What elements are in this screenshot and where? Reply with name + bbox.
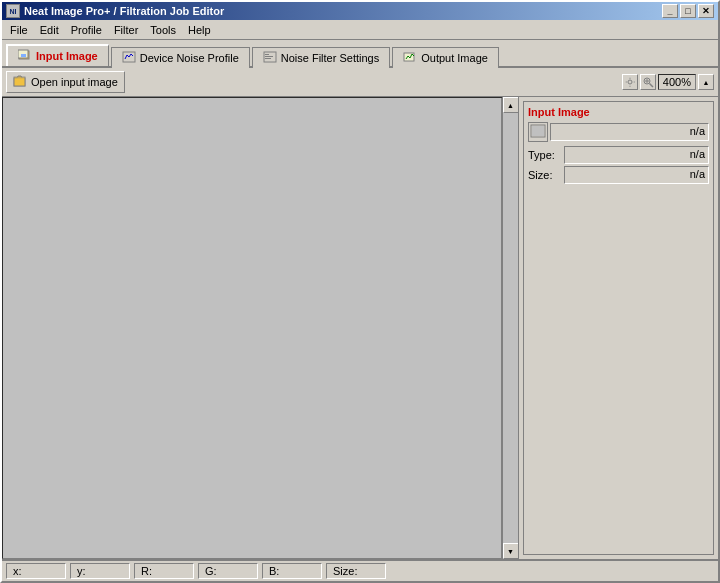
svg-rect-14 xyxy=(14,77,25,86)
maximize-button[interactable]: □ xyxy=(680,4,696,18)
zoom-area: 400% ▲ xyxy=(622,74,714,90)
tab-device-noise-profile[interactable]: Device Noise Profile xyxy=(111,47,250,68)
app-icon: NI xyxy=(6,4,20,18)
svg-point-15 xyxy=(628,80,632,84)
tab-noise-filter-settings-label: Noise Filter Settings xyxy=(281,52,379,64)
status-b: B: xyxy=(262,563,322,579)
open-input-image-button[interactable]: Open input image xyxy=(6,71,125,93)
image-value: n/a xyxy=(550,123,709,141)
title-bar-text: NI Neat Image Pro+ / Filtration Job Edit… xyxy=(6,4,224,18)
tab-output-image[interactable]: Output Image xyxy=(392,47,499,68)
noise-filter-settings-tab-icon xyxy=(263,51,277,65)
status-r: R: xyxy=(134,563,194,579)
svg-line-6 xyxy=(129,54,131,57)
menu-tools[interactable]: Tools xyxy=(144,22,182,38)
close-button[interactable]: ✕ xyxy=(698,4,714,18)
content-area: ▲ ▼ Input Image n/a xyxy=(2,97,718,559)
type-value: n/a xyxy=(564,146,709,164)
tab-device-noise-profile-label: Device Noise Profile xyxy=(140,52,239,64)
output-image-tab-icon xyxy=(403,51,417,65)
menu-bar: File Edit Profile Filter Tools Help xyxy=(2,20,718,40)
size-label: Size: xyxy=(528,169,562,181)
info-group: Input Image n/a Type: n/a xyxy=(523,101,714,555)
title-bar: NI Neat Image Pro+ / Filtration Job Edit… xyxy=(2,2,718,20)
scroll-up-button[interactable]: ▲ xyxy=(698,74,714,90)
vscroll-track[interactable] xyxy=(503,113,518,543)
vscroll-down-button[interactable]: ▼ xyxy=(503,543,519,559)
minimize-button[interactable]: _ xyxy=(662,4,678,18)
status-g: G: xyxy=(198,563,258,579)
tab-input-image[interactable]: Input Image xyxy=(6,44,109,66)
image-thumbnail-icon xyxy=(528,122,548,142)
menu-profile[interactable]: Profile xyxy=(65,22,108,38)
menu-filter[interactable]: Filter xyxy=(108,22,144,38)
zoom-value: 400% xyxy=(658,74,696,90)
svg-rect-9 xyxy=(265,54,269,55)
svg-rect-11 xyxy=(265,58,271,59)
vertical-scrollbar: ▲ ▼ xyxy=(502,97,518,559)
title-bar-buttons: _ □ ✕ xyxy=(662,4,714,18)
tab-input-image-label: Input Image xyxy=(36,50,98,62)
image-canvas xyxy=(2,97,502,559)
info-group-title: Input Image xyxy=(528,106,709,118)
svg-rect-21 xyxy=(532,126,544,136)
tabs-bar: Input Image Device Noise Profile xyxy=(2,40,718,68)
type-label: Type: xyxy=(528,149,562,161)
status-bar: x: y: R: G: B: Size: xyxy=(2,559,718,581)
tab-noise-filter-settings[interactable]: Noise Filter Settings xyxy=(252,47,390,68)
status-size: Size: xyxy=(326,563,386,579)
menu-help[interactable]: Help xyxy=(182,22,217,38)
svg-line-4 xyxy=(125,55,127,59)
main-window: NI Neat Image Pro+ / Filtration Job Edit… xyxy=(0,0,720,583)
size-value: n/a xyxy=(564,166,709,184)
menu-edit[interactable]: Edit xyxy=(34,22,65,38)
right-panel: Input Image n/a Type: n/a xyxy=(518,97,718,559)
svg-rect-10 xyxy=(265,56,273,57)
svg-rect-2 xyxy=(21,54,26,57)
toolbar-row: Open input image 400% ▲ xyxy=(2,68,718,97)
device-noise-profile-tab-icon xyxy=(122,51,136,65)
gear-icon-button[interactable] xyxy=(622,74,638,90)
status-y: y: xyxy=(70,563,130,579)
size-row: Size: n/a xyxy=(528,166,709,184)
input-image-tab-icon xyxy=(18,49,32,63)
vscroll-up-button[interactable]: ▲ xyxy=(503,97,519,113)
zoom-icon-button[interactable] xyxy=(640,74,656,90)
type-row: Type: n/a xyxy=(528,146,709,164)
tab-output-image-label: Output Image xyxy=(421,52,488,64)
status-x: x: xyxy=(6,563,66,579)
open-icon xyxy=(13,74,27,90)
svg-line-7 xyxy=(131,54,133,56)
image-thumbnail-row: n/a xyxy=(528,122,709,142)
menu-file[interactable]: File xyxy=(4,22,34,38)
svg-line-17 xyxy=(649,84,653,88)
